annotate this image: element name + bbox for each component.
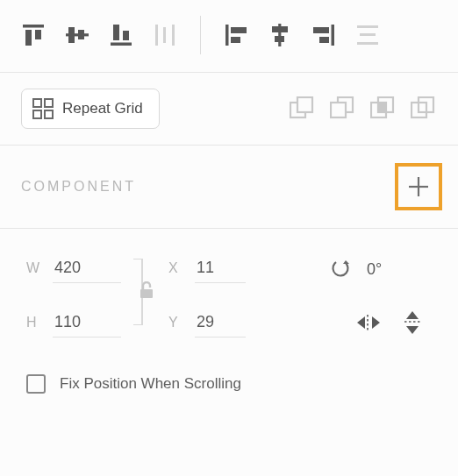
- boolean-subtract-icon[interactable]: [328, 95, 356, 123]
- alignment-toolbar: [0, 0, 458, 73]
- svg-rect-12: [225, 25, 229, 46]
- svg-rect-34: [378, 103, 386, 112]
- width-label: W: [26, 260, 42, 276]
- svg-rect-4: [68, 27, 75, 43]
- svg-rect-2: [35, 30, 41, 39]
- svg-point-40: [330, 258, 351, 279]
- svg-rect-0: [23, 25, 44, 28]
- svg-rect-23: [357, 42, 378, 45]
- align-right-icon[interactable]: [311, 23, 336, 47]
- height-input[interactable]: [53, 309, 121, 337]
- repeat-grid-section: Repeat Grid: [0, 73, 458, 146]
- repeat-grid-icon: [32, 98, 54, 119]
- width-input[interactable]: [53, 255, 121, 283]
- repeat-grid-button[interactable]: Repeat Grid: [21, 89, 160, 129]
- align-bottom-icon[interactable]: [109, 23, 133, 47]
- svg-rect-29: [297, 97, 312, 112]
- align-top-icon[interactable]: [21, 23, 46, 47]
- svg-rect-21: [357, 25, 378, 28]
- boolean-add-icon[interactable]: [288, 95, 316, 123]
- align-middle-icon[interactable]: [65, 23, 89, 47]
- svg-rect-9: [155, 25, 158, 46]
- component-label: COMPONENT: [21, 179, 136, 195]
- svg-rect-17: [275, 36, 284, 42]
- distribute-horizontal-icon[interactable]: [355, 23, 380, 47]
- x-input[interactable]: [195, 255, 246, 283]
- svg-rect-22: [360, 33, 376, 36]
- svg-rect-8: [123, 31, 129, 40]
- x-label: X: [168, 260, 184, 276]
- svg-rect-18: [332, 25, 335, 46]
- toolbar-divider: [200, 16, 201, 54]
- svg-rect-13: [231, 27, 247, 33]
- repeat-grid-label: Repeat Grid: [62, 100, 143, 117]
- svg-rect-27: [45, 110, 53, 118]
- align-left-icon[interactable]: [224, 23, 248, 47]
- svg-rect-14: [231, 37, 240, 43]
- svg-rect-24: [33, 99, 41, 107]
- svg-rect-7: [113, 25, 119, 40]
- svg-rect-31: [331, 103, 346, 117]
- flip-horizontal-icon[interactable]: [356, 314, 381, 334]
- rotation-input[interactable]: [367, 260, 419, 279]
- y-field: Y: [168, 309, 246, 337]
- transform-section: W X H: [0, 229, 458, 413]
- boolean-intersect-icon[interactable]: [369, 95, 397, 123]
- svg-rect-1: [25, 30, 32, 46]
- y-label: Y: [168, 315, 184, 330]
- plus-icon: [407, 175, 430, 198]
- svg-rect-19: [313, 27, 329, 33]
- rotate-icon[interactable]: [330, 258, 351, 281]
- svg-rect-25: [45, 99, 53, 107]
- y-input[interactable]: [195, 309, 246, 337]
- distribute-vertical-icon[interactable]: [153, 23, 177, 47]
- add-component-button[interactable]: [395, 163, 442, 210]
- svg-rect-39: [140, 289, 153, 298]
- svg-rect-26: [33, 110, 41, 118]
- align-center-icon[interactable]: [268, 23, 292, 47]
- svg-rect-20: [319, 37, 329, 43]
- height-label: H: [26, 315, 42, 330]
- fix-position-checkbox[interactable]: [26, 374, 46, 394]
- component-section: COMPONENT: [0, 146, 458, 229]
- svg-rect-5: [78, 30, 84, 39]
- fix-position-label: Fix Position When Scrolling: [60, 375, 241, 393]
- svg-rect-11: [172, 25, 175, 46]
- boolean-exclude-icon[interactable]: [409, 95, 437, 123]
- svg-rect-6: [111, 43, 132, 46]
- fix-position-row: Fix Position When Scrolling: [0, 345, 458, 413]
- x-field: X: [168, 255, 246, 283]
- lock-aspect-icon[interactable]: [139, 281, 154, 302]
- flip-vertical-icon[interactable]: [404, 310, 421, 337]
- height-field: H: [26, 309, 121, 337]
- width-field: W: [26, 255, 121, 283]
- svg-rect-16: [272, 26, 288, 32]
- svg-rect-10: [163, 27, 166, 43]
